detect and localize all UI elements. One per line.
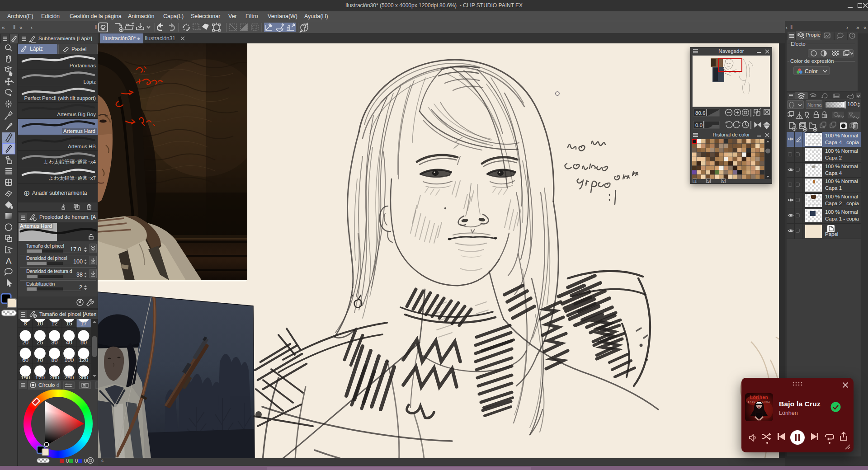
svg-text:0: 0 (75, 458, 78, 464)
svg-text:40: 40 (66, 339, 72, 346)
svg-text:17: 17 (80, 320, 87, 327)
svg-text:0: 0 (66, 458, 69, 464)
svg-text:100: 100 (64, 357, 74, 363)
svg-text:120: 120 (79, 357, 88, 363)
svg-text:250: 250 (64, 375, 74, 379)
svg-text:300: 300 (79, 375, 88, 379)
svg-text:A: A (6, 256, 12, 266)
svg-text:8: 8 (24, 320, 27, 327)
svg-text:200: 200 (50, 375, 59, 379)
svg-text:0.0: 0.0 (695, 122, 703, 128)
svg-text:80: 80 (52, 357, 58, 363)
svg-text:10: 10 (37, 320, 43, 327)
svg-text:25: 25 (37, 339, 43, 346)
svg-text:60: 60 (22, 357, 28, 363)
svg-text:170: 170 (35, 375, 45, 379)
svg-text:50: 50 (80, 339, 87, 346)
svg-text:80.6: 80.6 (695, 110, 705, 116)
svg-text:15: 15 (66, 320, 72, 327)
svg-text:150: 150 (21, 375, 30, 379)
svg-text:30: 30 (52, 339, 58, 346)
svg-text:20: 20 (22, 339, 28, 346)
svg-text:70: 70 (37, 357, 43, 363)
svg-text:Lörihen: Lörihen (750, 395, 768, 400)
svg-text:0: 0 (84, 458, 87, 464)
svg-text:12: 12 (52, 320, 58, 327)
